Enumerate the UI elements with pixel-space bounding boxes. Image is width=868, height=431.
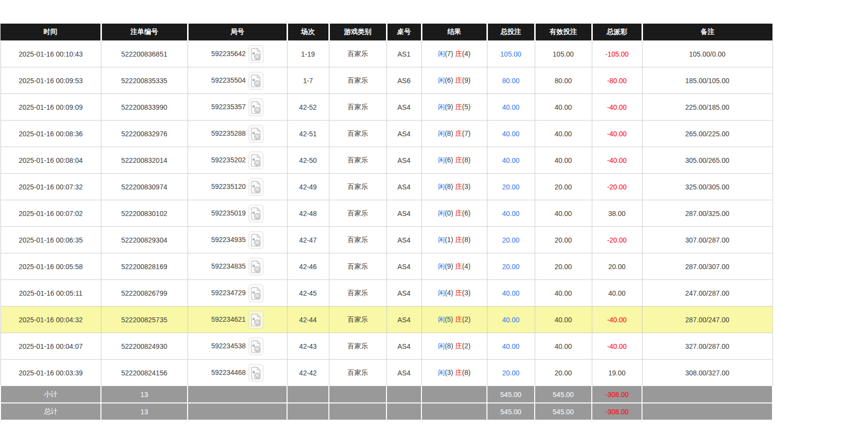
round-cell: 592234468 <box>188 360 287 386</box>
bet-id-cell: 522200833990 <box>101 94 188 121</box>
game-type-cell: 百家乐 <box>329 67 386 94</box>
video-replay-button[interactable] <box>249 284 263 302</box>
game-type-cell: 百家乐 <box>329 121 386 147</box>
video-replay-button[interactable] <box>249 258 263 276</box>
result-cell: 闲(6)庄(9) <box>421 67 487 94</box>
table-no-cell: AS4 <box>386 227 421 253</box>
subtotal-valid-bet: 545.00 <box>535 386 592 403</box>
payout-cell: -105.00 <box>592 41 642 67</box>
time-cell: 2025-01-16 00:09:53 <box>0 67 101 94</box>
player-result-label: 闲 <box>438 369 445 376</box>
table-no-cell: AS4 <box>386 94 421 121</box>
footer-empty-cell <box>386 386 421 403</box>
round-id-text: 592235642 <box>211 49 246 57</box>
player-result-points: (8) <box>445 183 453 190</box>
game-type-cell: 百家乐 <box>329 253 386 280</box>
bet-records-panel: 时间 注单编号 局号 场次 游戏类别 桌号 结果 总投注 有效投注 总派彩 备注… <box>0 24 868 421</box>
round-cell: 592234729 <box>188 280 287 307</box>
video-replay-icon <box>251 260 261 273</box>
table-no-cell: AS4 <box>386 280 421 307</box>
banker-result-label: 庄 <box>455 156 462 164</box>
round-id-text: 592235288 <box>211 129 246 137</box>
table-footer: 小计 13 545.00 545.00 -308.00 总计 13 <box>0 386 772 421</box>
banker-result-label: 庄 <box>455 50 462 58</box>
subtotal-row: 小计 13 545.00 545.00 -308.00 <box>0 386 772 403</box>
column-header-round-id: 局号 <box>188 24 287 41</box>
total-bet-cell: 40.00 <box>487 147 535 174</box>
banker-result-label: 庄 <box>455 76 462 84</box>
player-result-points: (5) <box>445 315 453 323</box>
round-cell: 592234621 <box>188 307 287 333</box>
column-header-time: 时间 <box>0 24 101 41</box>
payout-cell: -20.00 <box>592 227 642 253</box>
player-result-points: (8) <box>445 129 453 137</box>
remark-cell: 247.00/287.00 <box>642 280 772 307</box>
valid-bet-cell: 20.00 <box>535 227 592 253</box>
round-id-text: 592235019 <box>211 209 246 216</box>
player-result-label: 闲 <box>438 315 445 323</box>
video-replay-icon <box>251 48 261 61</box>
banker-result-points: (8) <box>462 156 471 164</box>
player-result-points: (6) <box>445 76 453 84</box>
remark-cell: 225.00/185.00 <box>642 94 772 121</box>
table-row: 2025-01-16 00:08:04 522200832014 5922352… <box>0 147 772 174</box>
player-result-label: 闲 <box>438 236 445 244</box>
video-replay-button[interactable] <box>249 338 263 355</box>
video-replay-button[interactable] <box>249 152 263 169</box>
video-replay-icon <box>251 127 261 140</box>
round-id-text: 592235202 <box>211 155 246 163</box>
payout-cell: -40.00 <box>592 307 642 333</box>
table-row: 2025-01-16 00:04:32 522200825735 5922346… <box>0 307 772 333</box>
table-row: 2025-01-16 00:07:32 522200830974 5922351… <box>0 174 772 200</box>
video-replay-button[interactable] <box>249 231 263 249</box>
game-type-cell: 百家乐 <box>329 360 386 386</box>
banker-result-points: (8) <box>462 236 471 244</box>
round-id-text: 592234538 <box>211 341 246 349</box>
video-replay-button[interactable] <box>249 45 263 63</box>
video-replay-icon <box>251 287 261 300</box>
video-replay-button[interactable] <box>249 125 263 143</box>
bet-id-cell: 522200824930 <box>101 333 188 360</box>
time-cell: 2025-01-16 00:09:09 <box>0 94 101 121</box>
video-replay-icon <box>251 101 261 114</box>
result-cell: 闲(7)庄(4) <box>421 41 487 67</box>
bet-id-cell: 522200832976 <box>101 121 188 147</box>
footer-empty-cell <box>287 403 329 420</box>
column-header-session: 场次 <box>287 24 329 41</box>
video-replay-button[interactable] <box>249 72 263 90</box>
payout-cell: -80.00 <box>592 67 642 94</box>
valid-bet-cell: 40.00 <box>535 121 592 147</box>
total-bet-cell: 80.00 <box>487 67 535 94</box>
grand-total-label: 总计 <box>0 403 101 420</box>
banker-result-label: 庄 <box>455 209 462 217</box>
result-cell: 闲(9)庄(4) <box>421 253 487 280</box>
total-bet-cell: 40.00 <box>487 280 535 307</box>
player-result-label: 闲 <box>438 183 445 190</box>
video-replay-button[interactable] <box>249 205 263 222</box>
table-body: 2025-01-16 00:10:43 522200836851 5922356… <box>0 41 772 386</box>
bet-id-cell: 522200830102 <box>101 200 188 227</box>
banker-result-points: (3) <box>462 183 471 190</box>
player-result-label: 闲 <box>438 103 445 111</box>
player-result-points: (4) <box>445 289 453 297</box>
bet-id-cell: 522200832014 <box>101 147 188 174</box>
video-replay-button[interactable] <box>249 98 263 116</box>
result-cell: 闲(4)庄(3) <box>421 280 487 307</box>
banker-result-points: (4) <box>462 50 471 58</box>
remark-cell: 287.00/307.00 <box>642 253 772 280</box>
table-header: 时间 注单编号 局号 场次 游戏类别 桌号 结果 总投注 有效投注 总派彩 备注 <box>0 24 772 41</box>
subtotal-payout: -308.00 <box>592 386 642 403</box>
column-header-game-type: 游戏类别 <box>329 24 386 41</box>
valid-bet-cell: 20.00 <box>535 174 592 200</box>
total-bet-cell: 20.00 <box>487 360 535 386</box>
footer-empty-cell <box>287 386 329 403</box>
video-replay-button[interactable] <box>249 311 263 329</box>
footer-empty-cell <box>188 386 287 403</box>
video-replay-button[interactable] <box>249 364 263 382</box>
remark-cell: 305.00/265.00 <box>642 147 772 174</box>
banker-result-points: (6) <box>462 209 471 217</box>
table-no-cell: AS6 <box>386 67 421 94</box>
total-bet-cell: 20.00 <box>487 227 535 253</box>
session-cell: 42-45 <box>287 280 329 307</box>
video-replay-button[interactable] <box>249 178 263 196</box>
